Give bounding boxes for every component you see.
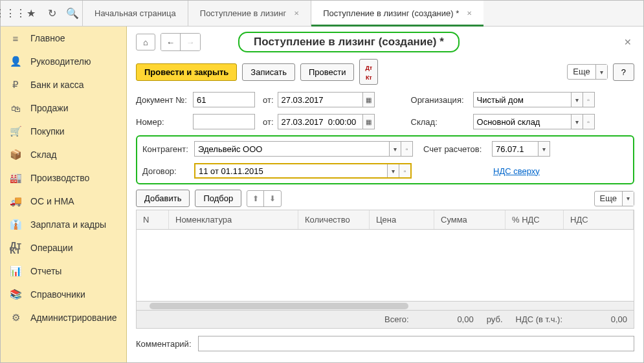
- tab-close-icon[interactable]: ✕: [294, 10, 299, 17]
- chevron-down-icon[interactable]: ▾: [389, 142, 401, 156]
- chevron-down-icon[interactable]: ▾: [571, 93, 583, 107]
- org-label: Организация:: [411, 95, 469, 105]
- books-icon: 📚: [10, 289, 21, 300]
- number-input[interactable]: [193, 114, 255, 129]
- chevron-down-icon: ▾: [595, 65, 607, 79]
- sidebar-item-label: Отчеты: [30, 266, 61, 276]
- move-down-button[interactable]: ⬇: [264, 191, 281, 206]
- date-field[interactable]: [278, 93, 362, 107]
- sidebar-item-label: Покупки: [30, 126, 65, 137]
- counterparty-label: Контрагент:: [142, 144, 190, 154]
- search-icon[interactable]: 🔍: [67, 8, 78, 19]
- sidebar-item-warehouse[interactable]: 📦Склад: [1, 143, 126, 166]
- close-button[interactable]: ✕: [621, 34, 634, 50]
- contract-field[interactable]: [195, 164, 387, 177]
- doc-no-input[interactable]: [193, 92, 255, 107]
- tab-close-icon[interactable]: ✕: [467, 10, 472, 17]
- col-nomenclature[interactable]: Номенклатура: [169, 210, 298, 229]
- chevron-down-icon[interactable]: ▾: [571, 115, 583, 129]
- number-date-input[interactable]: ▦: [278, 114, 375, 129]
- col-sum[interactable]: Сумма: [434, 210, 505, 229]
- open-icon[interactable]: ▫: [399, 164, 410, 177]
- chevron-down-icon[interactable]: ▾: [538, 142, 550, 156]
- counterparty-field[interactable]: [195, 142, 389, 156]
- table-body[interactable]: [137, 230, 634, 301]
- sidebar-item-label: Главное: [30, 33, 65, 43]
- open-icon[interactable]: ▫: [401, 142, 412, 156]
- sidebar-item-production[interactable]: 🏭Производство: [1, 166, 126, 190]
- counterparty-combo[interactable]: ▾▫: [194, 141, 413, 157]
- sidebar-item-admin[interactable]: ⚙Администрирование: [1, 306, 126, 329]
- star-icon[interactable]: ★: [25, 8, 37, 19]
- account-label: Счет расчетов:: [423, 144, 488, 154]
- more-button[interactable]: Еще▾: [567, 64, 607, 80]
- sidebar-item-references[interactable]: 📚Справочники: [1, 283, 126, 306]
- sidebar-item-purchases[interactable]: 🛒Покупки: [1, 120, 126, 143]
- org-field[interactable]: [474, 93, 571, 107]
- table-toolbar: Добавить Подбор ⬆ ⬇ Еще▾: [136, 190, 634, 207]
- sidebar-item-sales[interactable]: 🛍Продажи: [1, 96, 126, 120]
- tab-label: Начальная страница: [94, 8, 176, 18]
- contract-combo[interactable]: ▾▫: [194, 163, 412, 179]
- horizontal-scrollbar[interactable]: [137, 301, 634, 310]
- home-button[interactable]: ⌂: [136, 34, 155, 50]
- page-title-wrap: Поступление в лизинг (создание) *: [238, 32, 616, 52]
- calendar-icon[interactable]: ▦: [362, 115, 374, 129]
- highlighted-section: Контрагент: ▾▫ Счет расчетов: ▾ Договор:…: [136, 135, 634, 184]
- col-vat[interactable]: НДС: [564, 210, 634, 229]
- move-up-button[interactable]: ⬆: [247, 191, 264, 206]
- tab-leasing-create[interactable]: Поступление в лизинг (создание) *✕: [311, 1, 483, 26]
- more-label: Еще: [595, 192, 622, 206]
- truck-icon: 🚚: [10, 195, 21, 207]
- doc-no-label: Документ №:: [136, 95, 189, 105]
- bag-icon: 🛍: [10, 102, 21, 114]
- tab-home[interactable]: Начальная страница: [82, 1, 188, 26]
- warehouse-combo[interactable]: ▾▫: [473, 114, 595, 129]
- table-more-button[interactable]: Еще▾: [594, 191, 634, 206]
- table-header: N Номенклатура Количество Цена Сумма % Н…: [137, 210, 634, 230]
- org-combo[interactable]: ▾▫: [473, 92, 595, 107]
- sidebar-item-operations[interactable]: ДтКтОперации: [1, 236, 126, 259]
- add-button[interactable]: Добавить: [136, 190, 190, 207]
- save-button[interactable]: Записать: [242, 63, 295, 81]
- tab-leasing[interactable]: Поступление в лизинг✕: [188, 1, 311, 26]
- sidebar-item-salary[interactable]: 👔Зарплата и кадры: [1, 213, 126, 236]
- sidebar-item-manager[interactable]: 👤Руководителю: [1, 50, 126, 73]
- user-icon: 👤: [10, 56, 21, 67]
- history-icon[interactable]: ↻: [46, 8, 58, 19]
- content: ⌂ ← → Поступление в лизинг (создание) * …: [127, 27, 643, 362]
- dtkt-button[interactable]: ДтКт: [359, 59, 378, 85]
- back-button[interactable]: ←: [161, 34, 181, 50]
- account-combo[interactable]: ▾: [492, 141, 550, 157]
- open-icon[interactable]: ▫: [583, 115, 594, 129]
- vat-link[interactable]: НДС сверху: [493, 166, 540, 176]
- sidebar-item-bank[interactable]: ₽Банк и касса: [1, 73, 126, 96]
- sidebar-item-assets[interactable]: 🚚ОС и НМА: [1, 190, 126, 213]
- open-icon[interactable]: ▫: [583, 93, 594, 107]
- post-close-button[interactable]: Провести и закрыть: [136, 63, 237, 81]
- topbar-icon-group: ⋮⋮⋮ ★ ↻ 🔍: [1, 1, 82, 26]
- dtkt-icon: ДтКт: [365, 65, 372, 81]
- comment-input[interactable]: [198, 336, 634, 351]
- col-quantity[interactable]: Количество: [298, 210, 370, 229]
- account-field[interactable]: [493, 142, 538, 156]
- col-price[interactable]: Цена: [370, 210, 434, 229]
- sidebar-item-main[interactable]: ≡Главное: [1, 27, 126, 50]
- sidebar-item-reports[interactable]: 📊Отчеты: [1, 259, 126, 283]
- chevron-down-icon[interactable]: ▾: [387, 164, 399, 177]
- scrollbar-thumb[interactable]: [150, 303, 408, 309]
- warehouse-field[interactable]: [474, 115, 571, 129]
- forward-button[interactable]: →: [181, 34, 200, 50]
- apps-icon[interactable]: ⋮⋮⋮: [5, 8, 16, 19]
- datetime-field[interactable]: [278, 115, 362, 129]
- doc-date-input[interactable]: ▦: [278, 92, 375, 107]
- col-n[interactable]: N: [137, 210, 169, 229]
- calendar-icon[interactable]: ▦: [362, 93, 374, 107]
- row-comment: Комментарий:: [136, 335, 634, 352]
- sidebar-item-label: Продажи: [30, 103, 68, 113]
- col-vat-pct[interactable]: % НДС: [505, 210, 564, 229]
- pick-button[interactable]: Подбор: [195, 190, 241, 207]
- row-number: Номер: от: ▦ Склад: ▾▫: [136, 113, 634, 130]
- post-button[interactable]: Провести: [300, 63, 355, 81]
- help-button[interactable]: ?: [613, 63, 634, 81]
